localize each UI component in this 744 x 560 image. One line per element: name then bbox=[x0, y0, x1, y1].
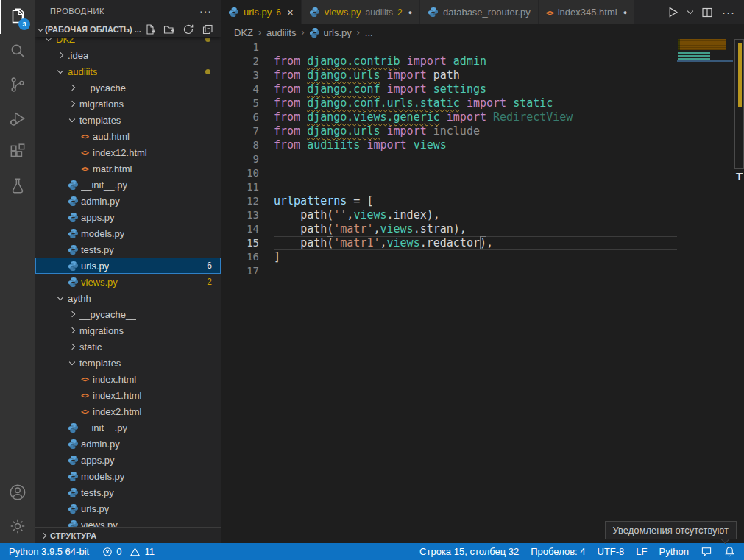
code-line-content[interactable] bbox=[274, 264, 677, 278]
tab-database_roouter.py[interactable]: database_roouter.py bbox=[420, 0, 538, 24]
tab-close-icon[interactable]: × bbox=[287, 7, 294, 18]
editor-more-actions-icon[interactable]: ··· bbox=[722, 6, 735, 18]
encoding-status[interactable]: UTF-8 bbox=[598, 546, 625, 557]
code-line-content[interactable] bbox=[274, 152, 677, 166]
code-editor[interactable]: T 12from django.contrib import admin3fro… bbox=[221, 40, 744, 543]
tree-item-__pycache__[interactable]: __pycache__ bbox=[35, 79, 221, 96]
code-line-6: 6from django.views.generic import Redire… bbox=[221, 110, 677, 124]
source-control-icon[interactable] bbox=[0, 68, 35, 102]
minimap[interactable] bbox=[677, 40, 734, 188]
breadcrumb-item-...[interactable]: ... bbox=[365, 27, 373, 38]
breadcrumb-label: DKZ bbox=[234, 27, 253, 38]
tree-item-label: views.py bbox=[81, 277, 118, 288]
language-mode-status[interactable]: Python bbox=[659, 546, 689, 557]
code-line-content[interactable]: from django.conf.urls.static import stat… bbox=[274, 96, 677, 110]
cursor-position-status[interactable]: Строка 15, столбец 32 bbox=[419, 546, 519, 557]
workspace-section-header[interactable]: (РАБОЧАЯ ОБЛАСТЬ) ... bbox=[35, 22, 221, 37]
breadcrumb-separator-icon: › bbox=[258, 27, 261, 38]
tree-item-tests.py[interactable]: tests.py bbox=[35, 241, 221, 258]
run-and-debug-icon[interactable] bbox=[0, 102, 35, 135]
tree-item-migrations[interactable]: migrations bbox=[35, 96, 221, 112]
code-line-content[interactable]: from django.urls import path bbox=[274, 68, 677, 82]
run-dropdown-chevron-icon[interactable] bbox=[688, 11, 692, 13]
tab-urls.py[interactable]: urls.py6× bbox=[221, 0, 301, 24]
tree-item-index2.html[interactable]: <>index2.html bbox=[35, 403, 221, 419]
tree-item-admin.py[interactable]: admin.py bbox=[35, 193, 221, 209]
html-file-icon: <> bbox=[78, 408, 91, 416]
eol-status[interactable]: LF bbox=[636, 546, 647, 557]
tree-item-index1.html[interactable]: <>index1.html bbox=[35, 387, 221, 403]
editor-scrollbar[interactable]: T bbox=[734, 40, 744, 543]
extensions-icon[interactable] bbox=[0, 135, 35, 169]
tree-item-tests.py[interactable]: tests.py bbox=[35, 484, 221, 500]
tree-item-index12.html[interactable]: <>index12.html bbox=[35, 144, 221, 160]
split-editor-icon[interactable] bbox=[701, 7, 713, 18]
feedback-icon[interactable] bbox=[701, 546, 712, 557]
tree-item-apps.py[interactable]: apps.py bbox=[35, 452, 221, 468]
tree-item-label: migrations bbox=[79, 325, 124, 336]
testing-icon[interactable] bbox=[0, 169, 35, 203]
code-line-content[interactable]: from django.views.generic import Redirec… bbox=[274, 110, 677, 124]
explorer-icon[interactable]: 3 bbox=[0, 0, 35, 34]
tree-item-__init__.py[interactable]: __init__.py bbox=[35, 419, 221, 436]
search-icon[interactable] bbox=[0, 34, 35, 68]
code-line-content[interactable]: from django.contrib import admin bbox=[274, 54, 677, 68]
breadcrumb-label: ... bbox=[365, 27, 373, 38]
folder-twistie bbox=[54, 53, 66, 57]
notifications-bell-icon[interactable] bbox=[724, 546, 735, 557]
tree-item-templates[interactable]: templates bbox=[35, 112, 221, 128]
accounts-icon[interactable] bbox=[0, 475, 35, 509]
tree-item-__init__.py[interactable]: __init__.py bbox=[35, 177, 221, 193]
settings-gear-icon[interactable] bbox=[0, 509, 35, 543]
tree-item-apps.py[interactable]: apps.py bbox=[35, 209, 221, 225]
new-folder-icon[interactable] bbox=[163, 24, 175, 35]
code-line-content[interactable]: from django.conf import settings bbox=[274, 82, 677, 96]
sidebar-more-icon[interactable]: ··· bbox=[199, 5, 212, 17]
tree-item-audiiits[interactable]: audiiits bbox=[35, 63, 221, 79]
tree-item-models.py[interactable]: models.py bbox=[35, 225, 221, 241]
error-icon bbox=[102, 547, 113, 557]
tree-item-aud.html[interactable]: <>aud.html bbox=[35, 128, 221, 144]
tree-item-urls.py[interactable]: urls.py6 bbox=[35, 258, 221, 274]
run-python-file-icon[interactable] bbox=[667, 6, 679, 18]
tree-item-urls.py[interactable]: urls.py bbox=[35, 500, 221, 517]
tree-item-static[interactable]: static bbox=[35, 339, 221, 355]
tree-item-views.py[interactable]: views.py2 bbox=[35, 274, 221, 290]
tree-item-__pycache__[interactable]: __pycache__ bbox=[35, 306, 221, 322]
tree-item-.idea[interactable]: .idea bbox=[35, 47, 221, 63]
tree-item-migrations[interactable]: migrations bbox=[35, 322, 221, 339]
tree-item-index.html[interactable]: <>index.html bbox=[35, 371, 221, 387]
indentation-status[interactable]: Пробелов: 4 bbox=[531, 546, 585, 557]
new-file-icon[interactable] bbox=[144, 24, 156, 35]
code-line-content[interactable]: path('',views.index), bbox=[274, 208, 677, 222]
problems-status[interactable]: 0 11 bbox=[102, 546, 155, 557]
tree-item-models.py[interactable]: models.py bbox=[35, 468, 221, 484]
breadcrumb-item-urls.py[interactable]: urls.py bbox=[309, 27, 351, 38]
code-line-content[interactable]: from django.urls import include bbox=[274, 124, 677, 138]
tab-modified-dot-icon[interactable]: ● bbox=[623, 9, 627, 16]
tab-views.py[interactable]: views.pyaudiiits2● bbox=[302, 0, 419, 24]
tree-item-matr.html[interactable]: <>matr.html bbox=[35, 160, 221, 177]
code-line-content[interactable]: ] bbox=[274, 250, 677, 264]
breadcrumb-item-audiiits[interactable]: audiiits bbox=[266, 27, 296, 38]
code-line-content[interactable]: urlpatterns = [ bbox=[274, 194, 677, 208]
tree-item-admin.py[interactable]: admin.py bbox=[35, 436, 221, 452]
tab-index345.html[interactable]: <>index345.html● bbox=[539, 0, 634, 24]
outline-section-header[interactable]: СТРУКТУРА bbox=[35, 527, 221, 543]
collapse-all-icon[interactable] bbox=[202, 24, 213, 35]
tree-item-aythh[interactable]: aythh bbox=[35, 290, 221, 306]
code-line-content[interactable]: path('matr1',views.redactor), bbox=[274, 236, 677, 250]
code-line-content[interactable] bbox=[274, 180, 677, 194]
python-interpreter-status[interactable]: Python 3.9.5 64-bit bbox=[9, 546, 89, 557]
code-line-5: 5from django.conf.urls.static import sta… bbox=[221, 96, 677, 110]
tab-modified-dot-icon[interactable]: ● bbox=[408, 9, 412, 16]
code-line-content[interactable] bbox=[274, 166, 677, 180]
code-line-content[interactable] bbox=[274, 40, 677, 54]
tree-item-DKZ[interactable]: DKZ bbox=[35, 38, 221, 47]
code-line-content[interactable]: from audiiits import views bbox=[274, 138, 677, 152]
tree-item-templates[interactable]: templates bbox=[35, 355, 221, 371]
tree-item-views.py[interactable]: views.py bbox=[35, 517, 221, 527]
breadcrumb-item-DKZ[interactable]: DKZ bbox=[234, 27, 253, 38]
refresh-icon[interactable] bbox=[183, 24, 194, 35]
code-line-content[interactable]: path('matr',views.stran), bbox=[274, 222, 677, 236]
